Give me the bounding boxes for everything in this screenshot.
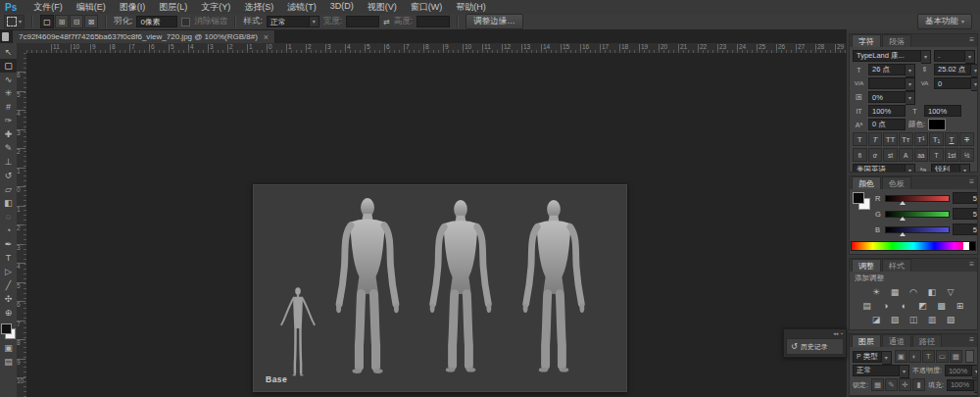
font-size-dropdown[interactable]: 26 点 ▾ [868, 64, 915, 75]
foreground-color-swatch[interactable] [853, 192, 864, 204]
tab-adjustments[interactable]: 调整 [852, 259, 881, 272]
blend-mode-dropdown[interactable]: 正常 ▾ [853, 365, 909, 376]
tab-bar-icon[interactable] [2, 32, 9, 41]
vibrance-adjustment-button[interactable]: ▽ [944, 286, 958, 298]
dodge-tool[interactable]: ◔ [0, 223, 17, 237]
exposure-adjustment-button[interactable]: ◧ [925, 286, 940, 298]
crop-tool[interactable]: # [0, 100, 17, 114]
proportional-spacing-dropdown[interactable]: 0% ▾ [868, 91, 915, 103]
intersect-selection-button[interactable]: ⊠ [84, 15, 98, 28]
slider-thumb[interactable] [900, 232, 906, 236]
underline-button[interactable]: T [945, 132, 959, 146]
posterize-adjustment-button[interactable]: ▨ [888, 314, 903, 325]
menu-item[interactable]: 文件(F) [26, 1, 70, 14]
close-tab-icon[interactable]: × [264, 32, 269, 42]
pen-tool[interactable]: ✒ [0, 237, 17, 251]
layer-filter-toggle[interactable] [965, 350, 974, 363]
contextual-alternates-button[interactable]: ơ [868, 148, 883, 162]
document-image[interactable]: Base [253, 184, 627, 392]
lock-all-button[interactable]: ▮ [912, 378, 925, 391]
path-selection-tool[interactable]: ▷ [0, 265, 17, 278]
fill-dropdown[interactable]: 100% ▾ [947, 379, 978, 391]
menu-item[interactable]: 帮助(H) [449, 1, 493, 14]
channel-mixer-adjustment-button[interactable]: ▩ [934, 300, 949, 312]
slider-thumb[interactable] [900, 217, 906, 221]
workspace-switcher-button[interactable]: 基本功能 ▾ [917, 14, 972, 29]
new-selection-button[interactable]: ▢ [40, 15, 54, 28]
panel-menu-icon[interactable]: ≡ [969, 36, 974, 44]
quick-mask-button[interactable]: ▣ [0, 341, 17, 355]
layer-filter-kind-dropdown[interactable]: P类型 ▾ [853, 351, 892, 363]
tab-channels[interactable]: 通道 [882, 334, 911, 347]
threshold-adjustment-button[interactable]: ◫ [906, 314, 921, 325]
tab-paths[interactable]: 路径 [912, 334, 942, 347]
magic-wand-tool[interactable]: ✳ [0, 86, 17, 100]
clone-stamp-tool[interactable]: ⊥ [0, 155, 17, 169]
height-input[interactable] [416, 16, 450, 27]
menu-item[interactable]: 图层(L) [152, 1, 194, 14]
levels-adjustment-button[interactable]: ▦ [888, 286, 903, 298]
ordinals-button[interactable]: 1st [945, 148, 959, 162]
language-dropdown[interactable]: 美国英语 ▾ [853, 164, 915, 173]
menu-item[interactable]: 视图(V) [361, 1, 404, 14]
all-caps-button[interactable]: TT [883, 132, 898, 146]
lock-transparent-pixels-button[interactable]: ▦ [871, 378, 884, 391]
fractions-button[interactable]: ½ [959, 148, 974, 162]
type-tool[interactable]: T [0, 251, 17, 265]
zoom-tool[interactable]: ⊕ [0, 306, 17, 320]
vertical-scale-input[interactable]: 100% [868, 105, 906, 117]
color-swatches[interactable] [1, 323, 16, 339]
color-spectrum-bar[interactable] [851, 241, 976, 251]
add-to-selection-button[interactable]: ⊞ [55, 15, 69, 28]
menu-item[interactable]: 滤镜(T) [280, 1, 323, 14]
filter-smart-objects-button[interactable]: ▦ [950, 350, 962, 363]
menu-item[interactable]: 窗口(W) [404, 1, 450, 14]
opacity-dropdown[interactable]: 100% ▾ [945, 365, 978, 376]
screen-mode-button[interactable]: ▤ [0, 355, 17, 369]
tab-swatches[interactable]: 色板 [882, 176, 911, 189]
menu-item[interactable]: 图像(I) [113, 1, 153, 14]
faux-italic-button[interactable]: T [868, 132, 883, 146]
filter-pixel-layers-button[interactable]: ▣ [895, 350, 907, 363]
color-panel-swatches[interactable] [853, 192, 870, 210]
tracking-dropdown[interactable]: 0 ▾ [934, 77, 978, 89]
standard-ligatures-button[interactable]: fi [853, 148, 867, 162]
gradient-tool[interactable]: ◧ [0, 196, 17, 210]
strikethrough-button[interactable]: T [959, 132, 974, 146]
panel-close-icon[interactable]: ▪ [841, 330, 843, 336]
menu-item[interactable]: 文字(Y) [194, 1, 237, 14]
slider-value[interactable]: 57 [953, 223, 978, 235]
panel-menu-icon[interactable]: ≡ [969, 178, 974, 186]
hand-tool[interactable]: ✣ [0, 292, 17, 306]
baseline-shift-input[interactable]: 0 点 [868, 119, 906, 130]
tab-styles[interactable]: 样式 [882, 259, 911, 272]
history-panel-tab[interactable]: ↺ 历史记录 [786, 338, 844, 355]
color-lookup-adjustment-button[interactable]: ⊞ [953, 300, 967, 312]
gradient-map-adjustment-button[interactable]: ▥ [925, 314, 940, 325]
swash-button[interactable]: A [899, 148, 913, 162]
lock-image-pixels-button[interactable]: ✎ [885, 378, 898, 391]
font-family-dropdown[interactable]: TypeLand 康... ▾ [853, 50, 931, 62]
menu-item[interactable]: 3D(D) [323, 1, 361, 14]
canvas-area[interactable]: Base [26, 53, 846, 397]
font-style-dropdown[interactable]: - ▾ [934, 50, 975, 62]
horizontal-scale-input[interactable]: 100% [924, 105, 961, 117]
eyedropper-tool[interactable]: ✑ [0, 114, 17, 127]
tab-character[interactable]: 字符 [852, 34, 881, 47]
antialias-dropdown[interactable]: 锐利 ▾ [931, 164, 970, 173]
tab-color[interactable]: 颜色 [852, 176, 881, 189]
swap-dimensions-icon[interactable]: ⇄ [383, 18, 390, 26]
collapse-panel-icon[interactable]: ◂◂ [833, 330, 838, 336]
invert-adjustment-button[interactable]: ◪ [869, 314, 884, 325]
filter-type-layers-button[interactable]: T [922, 350, 935, 363]
photo-filter-adjustment-button[interactable]: ◩ [915, 300, 930, 312]
slider-track[interactable] [885, 195, 950, 202]
subtract-from-selection-button[interactable]: ⊟ [70, 15, 83, 28]
small-caps-button[interactable]: Tᴛ [899, 132, 913, 146]
refine-edge-button[interactable]: 调整边缘… [466, 14, 523, 29]
panel-menu-icon[interactable]: ≡ [969, 261, 974, 269]
document-tab[interactable]: 7c92f4609e48f7f74265ba637f0c8f6_view_720… [12, 29, 275, 43]
slider-track[interactable] [885, 226, 950, 233]
leading-dropdown[interactable]: 25.02 点 ▾ [934, 64, 978, 75]
selective-color-adjustment-button[interactable]: ▧ [944, 314, 958, 325]
